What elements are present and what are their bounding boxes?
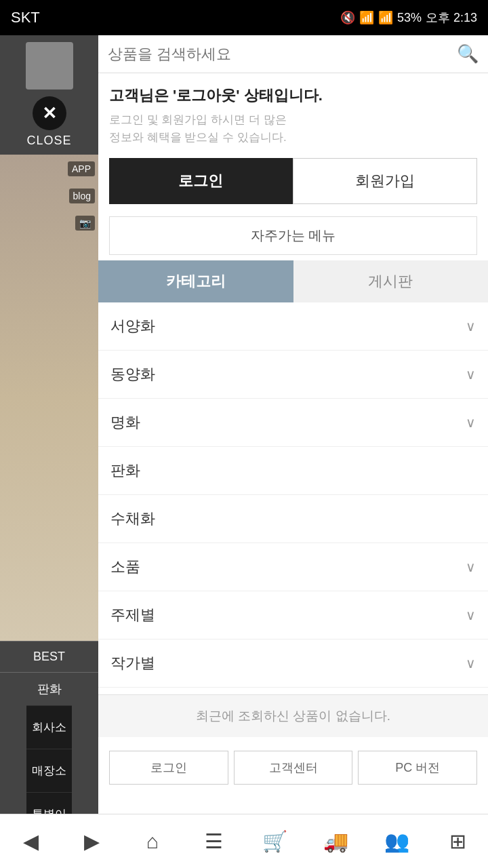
footer-customer-service-btn[interactable]: 고객센터 [234, 751, 353, 785]
bottom-nav: ◀ ▶ ⌂ ☰ 🛒 🚚 👥 ⊞ [0, 814, 488, 868]
chevron-icon-5: ∨ [466, 559, 476, 575]
category-label-1: 동양화 [110, 364, 155, 384]
battery-label: 53% [397, 11, 422, 25]
category-item-6[interactable]: 주제별 ∨ [98, 591, 488, 639]
status-icons: 🔇 📶 📶 53% 오후 2:13 [340, 9, 477, 26]
login-button[interactable]: 로그인 [109, 158, 293, 204]
account-icon: 👥 [384, 829, 409, 853]
slide-panel: 🔍 고객님은 '로그아웃' 상태입니다. 로그인 및 회원가입 하시면 더 많은… [98, 35, 488, 835]
carrier-label: SKT [11, 9, 40, 26]
tab-category[interactable]: 카테고리 [98, 260, 293, 302]
chevron-icon-6: ∨ [466, 607, 476, 623]
favorite-menu-button[interactable]: 자주가는 메뉴 [109, 216, 477, 255]
back-icon: ◀ [23, 829, 39, 853]
auth-buttons: 로그인 회원가입 [98, 151, 488, 211]
mute-icon: 🔇 [340, 10, 355, 25]
home-icon: ⌂ [146, 830, 159, 853]
bg-blog-btn: blog [69, 189, 95, 203]
close-label[interactable]: CLOSE [0, 134, 98, 148]
category-item-1[interactable]: 동양화 ∨ [98, 351, 488, 399]
signal-icon: 📶 [378, 10, 393, 25]
grid-icon: ⊞ [449, 829, 466, 853]
login-status-desc: 로그인 및 회원가입 하시면 더 많은정보와 혜택을 받으실 수 있습니다. [109, 111, 477, 146]
status-bar: SKT 🔇 📶 📶 53% 오후 2:13 [0, 0, 488, 35]
footer-login-btn[interactable]: 로그인 [109, 751, 228, 785]
bg-app-btn: APP [68, 161, 95, 176]
category-label-7: 작가별 [110, 653, 155, 673]
back-button[interactable]: ◀ [0, 814, 61, 868]
category-item-4[interactable]: 수채화 [98, 495, 488, 543]
category-item-3[interactable]: 판화 [98, 447, 488, 495]
search-bar: 🔍 [98, 35, 488, 73]
tab-bar: 카테고리 게시판 [98, 260, 488, 302]
search-icon[interactable]: 🔍 [457, 43, 479, 64]
bg-nav: BEST 판화 회사소 매장소 특별이 [0, 641, 98, 835]
menu-button[interactable]: ☰ [183, 814, 244, 868]
time-label: 오후 2:13 [426, 9, 477, 26]
chevron-icon-1: ∨ [466, 366, 476, 382]
category-label-2: 명화 [110, 412, 140, 433]
bg-logo [26, 42, 73, 90]
background-panel: ✕ CLOSE APP blog 📷 BEST 판화 회사소 매장소 특별이 [0, 35, 98, 835]
delivery-button[interactable]: 🚚 [305, 814, 366, 868]
category-label-6: 주제별 [110, 605, 155, 625]
forward-icon: ▶ [84, 829, 100, 853]
recent-viewed: 최근에 조회하신 상품이 없습니다. [98, 694, 488, 737]
category-label-5: 소품 [110, 557, 140, 577]
bg-nav-print: 판화 [0, 672, 98, 705]
cart-icon: 🛒 [262, 829, 287, 853]
chevron-icon-7: ∨ [466, 655, 476, 671]
wifi-icon: 📶 [359, 10, 374, 25]
home-button[interactable]: ⌂ [122, 814, 183, 868]
chevron-icon-2: ∨ [466, 414, 476, 431]
category-label-0: 서양화 [110, 316, 155, 336]
cart-button[interactable]: 🛒 [244, 814, 305, 868]
tab-board[interactable]: 게시판 [293, 260, 489, 302]
login-status-section: 고객님은 '로그아웃' 상태입니다. 로그인 및 회원가입 하시면 더 많은정보… [98, 73, 488, 151]
category-item-5[interactable]: 소품 ∨ [98, 543, 488, 591]
search-input[interactable] [108, 45, 457, 63]
category-item-0[interactable]: 서양화 ∨ [98, 302, 488, 351]
footer-pc-version-btn[interactable]: PC 버전 [358, 751, 477, 785]
category-label-3: 판화 [110, 460, 140, 481]
account-button[interactable]: 👥 [366, 814, 427, 868]
chevron-icon-0: ∨ [466, 318, 476, 334]
bg-nav-best: BEST [0, 641, 98, 672]
category-list: 서양화 ∨ 동양화 ∨ 명화 ∨ 판화 수채화 소품 ∨ 주제별 ∨ 작가별 ∨ [98, 302, 488, 835]
menu-icon: ☰ [205, 829, 223, 853]
bg-store: 매장소 [26, 749, 72, 792]
register-button[interactable]: 회원가입 [293, 158, 478, 204]
category-item-7[interactable]: 작가별 ∨ [98, 639, 488, 688]
bg-insta-btn: 📷 [75, 216, 95, 231]
category-label-4: 수채화 [110, 509, 155, 529]
login-status-title: 고객님은 '로그아웃' 상태입니다. [109, 85, 477, 106]
bg-image: APP blog 📷 [0, 155, 98, 641]
bg-company: 회사소 [26, 705, 72, 749]
delivery-icon: 🚚 [323, 829, 348, 853]
grid-button[interactable]: ⊞ [427, 814, 488, 868]
close-x-icon[interactable]: ✕ [33, 96, 66, 130]
forward-button[interactable]: ▶ [61, 814, 122, 868]
category-item-2[interactable]: 명화 ∨ [98, 399, 488, 447]
footer-links: 로그인 고객센터 PC 버전 [98, 744, 488, 795]
